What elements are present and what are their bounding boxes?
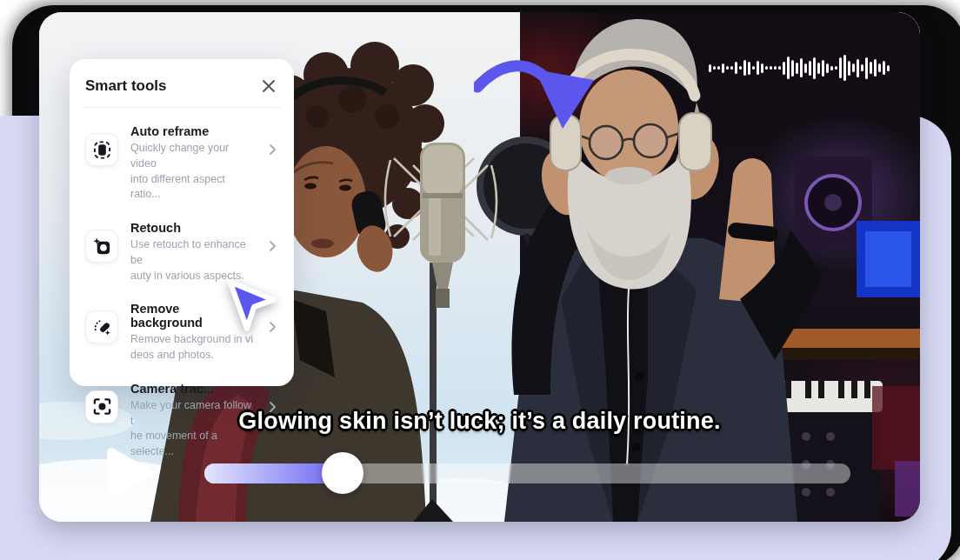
waveform-bar	[735, 62, 737, 74]
camera-tracking-icon	[85, 390, 118, 423]
waveform-bar	[839, 57, 842, 78]
tool-item-title: Auto reframe	[130, 124, 254, 138]
auto-reframe-icon	[85, 133, 118, 166]
progress-bar[interactable]	[204, 463, 850, 483]
close-icon	[262, 79, 276, 93]
waveform-bar	[765, 66, 768, 70]
waveform-bar	[830, 66, 833, 70]
smart-tools-title: Smart tools	[85, 77, 167, 95]
smart-tools-header: Smart tools	[83, 77, 280, 96]
waveform-bar	[817, 63, 820, 74]
waveform-bar	[809, 61, 811, 76]
waveform-bar	[722, 63, 724, 73]
waveform-bar	[796, 63, 798, 74]
waveform-bar	[835, 66, 837, 70]
waveform-bar	[857, 59, 859, 77]
waveform-bar	[813, 57, 816, 79]
waveform-bar	[822, 60, 824, 77]
tool-item-body: Retouch Use retouch to enhance be auty i…	[130, 221, 254, 283]
waveform-bar	[757, 61, 759, 75]
tool-item-description: Quickly change your video into different…	[130, 141, 254, 203]
waveform-bar	[743, 60, 746, 76]
waveform-bar	[726, 66, 729, 70]
waveform-bar	[843, 55, 846, 81]
waveform-bar	[774, 66, 777, 70]
waveform-bar	[848, 61, 850, 76]
retouch-icon	[85, 230, 118, 263]
waveform-bar	[861, 64, 863, 71]
waveform-bar	[852, 63, 855, 72]
waveform-bar	[887, 65, 890, 71]
waveform-bar	[761, 63, 763, 73]
waveform-bar	[826, 63, 829, 73]
progress-knob[interactable]	[322, 452, 363, 494]
waveform-bar	[878, 63, 881, 72]
waveform-bar	[800, 58, 803, 77]
waveform-bar	[870, 62, 872, 74]
waveform-bar	[883, 61, 885, 75]
waveform-bar	[770, 66, 772, 70]
waveform-bar	[783, 62, 785, 75]
tool-item-title: Camera trac...	[130, 382, 254, 396]
waveform-bar	[717, 66, 720, 70]
remove-background-icon	[85, 310, 118, 343]
waveform-bar	[748, 62, 750, 75]
waveform-bar	[804, 63, 807, 73]
panel-divider	[83, 107, 280, 108]
video-player-card: Glowing skin isn’t luck; it’s a daily ro…	[39, 12, 920, 522]
tool-item-description: Make your camera follow t he movement of…	[130, 398, 254, 460]
waveform-bar	[709, 64, 711, 72]
waveform-bar	[739, 66, 742, 70]
chevron-right-icon	[266, 401, 278, 413]
tool-item-auto-reframe[interactable]: Auto reframe Quickly change your video i…	[83, 115, 280, 211]
cursor-pointer-icon	[222, 277, 279, 337]
close-button[interactable]	[259, 77, 278, 96]
waveform-bar	[787, 57, 790, 79]
audio-waveform	[709, 52, 897, 83]
chevron-right-icon	[266, 143, 278, 156]
waveform-bar	[752, 66, 755, 70]
waveform-bar	[778, 66, 781, 70]
tool-item-body: Camera trac... Make your camera follow t…	[130, 382, 254, 460]
tool-item-camera-tracking[interactable]: Camera trac... Make your camera follow t…	[83, 372, 280, 469]
waveform-bar	[730, 66, 733, 70]
waveform-bar	[874, 59, 877, 77]
tool-item-body: Auto reframe Quickly change your video i…	[130, 124, 254, 203]
waveform-bar	[791, 60, 794, 77]
waveform-bar	[865, 57, 868, 79]
promo-screenshot: Glowing skin isn’t luck; it’s a daily ro…	[0, 0, 960, 560]
tool-item-title: Retouch	[130, 221, 254, 235]
pointer-arrow-graphic	[474, 50, 603, 130]
chevron-right-icon	[266, 240, 278, 252]
waveform-bar	[713, 66, 716, 70]
